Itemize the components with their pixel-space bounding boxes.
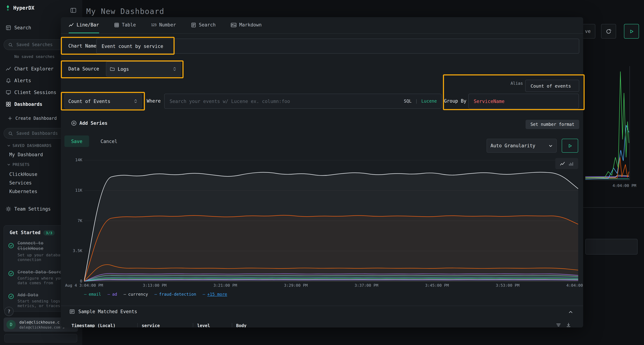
run-query-button[interactable] — [624, 24, 639, 39]
no-saved-searches-text: No saved searches — [14, 54, 54, 59]
add-series-button[interactable]: Add Series — [71, 120, 108, 126]
folder-icon — [110, 66, 115, 71]
y-tick-label: 3.5K — [73, 249, 82, 253]
chart-editor-modal: Line/Bar Table 123 Number Search Markdow… — [61, 17, 583, 328]
data-source-select[interactable]: Logs — [106, 61, 181, 76]
column-header-service[interactable]: service — [142, 323, 160, 328]
collapse-section-button[interactable] — [568, 310, 573, 315]
brand-name: HyperDX — [13, 5, 34, 11]
line-chart-toggle-icon[interactable] — [560, 161, 565, 166]
help-button[interactable]: ? — [4, 307, 14, 316]
column-separator — [193, 323, 193, 328]
plus-icon — [8, 116, 12, 120]
check-circle-icon — [8, 294, 14, 299]
column-header-timestamp[interactable]: Timestamp (Local) — [72, 323, 116, 328]
where-input[interactable] — [169, 98, 400, 104]
y-tick-label: 0 — [80, 279, 82, 284]
sidebar-item-client-sessions[interactable]: Client Sessions — [6, 90, 56, 95]
alias-input[interactable] — [530, 83, 574, 89]
legend-dash: — — [124, 292, 126, 297]
run-chart-button[interactable] — [562, 139, 578, 153]
sidebar-collapse-button[interactable] — [70, 7, 76, 13]
group-by-input[interactable] — [473, 98, 574, 104]
granularity-select[interactable]: Auto Granularity — [486, 139, 557, 153]
chart-legend: —email—ad—currency—fraud-detection—+15 m… — [84, 292, 227, 297]
legend-dash: — — [154, 292, 157, 297]
aggregation-select[interactable]: Count of Events — [64, 94, 142, 109]
check-circle-icon — [8, 243, 14, 249]
download-icon[interactable] — [566, 323, 571, 328]
page-title: My New Dashboard — [86, 7, 164, 16]
legend-item[interactable]: —currency — [124, 292, 148, 297]
where-label: Where — [147, 94, 161, 109]
sidebar-item-chart-explorer[interactable]: Chart Explorer — [6, 66, 54, 71]
sidebar-item-services[interactable]: Services — [9, 180, 32, 186]
y-tick-label: 7K — [78, 218, 82, 223]
saved-dashboards-field[interactable] — [16, 130, 60, 136]
x-tick-label: 3:21:00 PM — [214, 283, 237, 288]
get-started-item-title[interactable]: Connect to ClickHouse — [18, 241, 58, 251]
sidebar-item-search[interactable]: Search — [6, 25, 31, 30]
sidebar-item-kubernetes[interactable]: Kubernetes — [9, 189, 38, 194]
background-input[interactable] — [585, 239, 638, 255]
sidebar-item-label: Alerts — [14, 78, 31, 83]
bar-chart-toggle-icon[interactable] — [568, 161, 574, 166]
sidebar-item-dashboards[interactable]: Dashboards — [6, 101, 42, 107]
sidebar-item-team-settings[interactable]: Team Settings — [6, 206, 51, 212]
sidebar-item-label: Client Sessions — [14, 90, 56, 95]
aggregation-value: Count of Events — [68, 98, 110, 104]
gear-icon — [6, 206, 11, 212]
create-dashboard-button[interactable]: Create Dashboard — [8, 116, 57, 121]
data-source-label: Data Source — [68, 61, 99, 76]
sidebar-item-my-dashboard[interactable]: My Dashboard — [9, 152, 43, 157]
get-started-item-title[interactable]: Add Data — [18, 293, 38, 298]
bottom-panel — [4, 334, 77, 343]
legend-more-link[interactable]: —+15 more — [203, 292, 227, 297]
y-tick-label: 14K — [75, 158, 82, 162]
chevron-down-icon — [7, 144, 10, 147]
get-started-item-title[interactable]: Create Data Source — [18, 270, 64, 275]
sidebar-item-label: Dashboards — [14, 101, 42, 107]
column-header-level[interactable]: level — [197, 323, 210, 328]
sql-toggle[interactable]: SQL — [404, 99, 412, 104]
x-tick-label: 3:53:00 PM — [496, 283, 519, 288]
brand[interactable]: HyperDX — [5, 5, 34, 11]
tab-number[interactable]: 123 Number — [151, 17, 176, 33]
x-tick-label: 3:29:00 PM — [284, 283, 308, 288]
sample-events-header[interactable]: Sample Matched Events — [70, 309, 137, 314]
chart-name-input[interactable] — [101, 43, 574, 49]
tab-line-bar[interactable]: Line/Bar — [69, 17, 99, 33]
sample-events-title: Sample Matched Events — [78, 309, 137, 314]
refresh-button[interactable] — [601, 24, 616, 39]
plus-circle-icon — [71, 120, 76, 126]
x-tick-label: 4:04:00 PM — [566, 283, 583, 288]
column-header-body[interactable]: Body — [236, 323, 246, 328]
legend-dash: — — [84, 292, 86, 297]
legend-item[interactable]: —ad — [108, 292, 117, 297]
lucene-toggle[interactable]: Lucene — [421, 99, 437, 104]
magnifier-icon — [8, 131, 13, 136]
row-options-icon[interactable] — [556, 323, 561, 328]
presets-section[interactable]: PRESETS — [7, 162, 30, 167]
chart-type-toggle[interactable] — [555, 158, 578, 169]
sidebar-item-alerts[interactable]: Alerts — [6, 78, 31, 83]
tab-table[interactable]: Table — [114, 17, 136, 33]
tab-search[interactable]: Search — [191, 17, 216, 33]
line-chart-icon — [6, 66, 11, 71]
cancel-button[interactable]: Cancel — [99, 135, 119, 147]
legend-item[interactable]: —email — [84, 292, 101, 297]
sidebar-item-clickhouse[interactable]: ClickHouse — [9, 172, 38, 177]
get-started-title: Get Started — [10, 230, 40, 235]
tab-markdown[interactable]: Markdown — [231, 17, 262, 33]
chart-x-axis: Aug 4 3:04:00 PM3:13:00 PM3:21:00 PM3:29… — [84, 283, 578, 289]
chevron-down-icon — [548, 144, 553, 148]
column-separator — [232, 323, 232, 328]
chart-name-label: Chart Name — [68, 39, 96, 54]
saved-dashboards-section[interactable]: SAVED DASHBOARDS — [7, 143, 52, 148]
legend-label: +15 more — [207, 292, 227, 297]
save-button[interactable]: Save — [64, 135, 89, 147]
legend-item[interactable]: —fraud-detection — [154, 292, 196, 297]
saved-searches-field[interactable] — [16, 42, 60, 47]
set-number-format-button[interactable]: Set number format — [526, 120, 579, 129]
tab-label: Markdown — [239, 22, 262, 27]
